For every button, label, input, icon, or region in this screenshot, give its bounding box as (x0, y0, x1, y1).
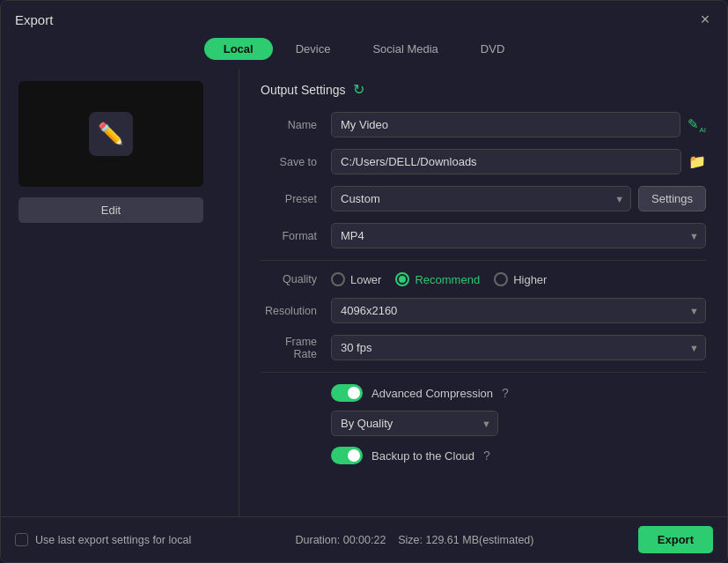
name-row: Name ✎AI (261, 112, 706, 137)
refresh-icon[interactable]: ↻ (353, 81, 364, 98)
name-input[interactable] (331, 112, 680, 137)
quality-lower-radio[interactable] (331, 272, 345, 286)
preview-icon: ✏️ (89, 112, 133, 156)
format-select[interactable]: MP4 AVI MOV MKV WMV (331, 223, 706, 248)
quality-higher-label: Higher (513, 273, 547, 286)
export-window: Export × Local Device Social Media DVD ✏… (0, 0, 728, 563)
compression-mode-select[interactable]: By Quality By Bitrate (331, 411, 498, 436)
use-last-settings-checkbox[interactable] (15, 533, 28, 546)
backup-cloud-help-icon[interactable]: ? (483, 448, 490, 463)
advanced-compression-help-icon[interactable]: ? (502, 386, 509, 400)
tab-social-media[interactable]: Social Media (353, 38, 457, 60)
name-label: Name (261, 119, 331, 131)
quality-lower-label: Lower (350, 273, 381, 286)
section-title-text: Output Settings (261, 83, 346, 97)
advanced-compression-row: Advanced Compression ? (261, 384, 706, 402)
format-select-wrapper: MP4 AVI MOV MKV WMV ▼ (331, 223, 706, 248)
footer: Use last export settings for local Durat… (1, 516, 727, 562)
footer-left: Use last export settings for local (15, 533, 191, 546)
tab-local[interactable]: Local (204, 38, 273, 60)
right-panel: Output Settings ↻ Name ✎AI Save to 📁 (239, 69, 727, 516)
backup-cloud-label: Backup to the Cloud (371, 449, 474, 463)
compression-mode-row: By Quality By Bitrate ▼ (331, 411, 706, 436)
backup-cloud-toggle[interactable] (331, 447, 363, 464)
backup-cloud-group: Backup to the Cloud ? (331, 447, 490, 464)
save-to-row: Save to 📁 (261, 149, 706, 174)
quality-lower-option[interactable]: Lower (331, 272, 381, 286)
main-content: ✏️ Edit Output Settings ↻ Name ✎AI S (1, 69, 727, 516)
title-bar: Export × (1, 1, 727, 34)
preset-select[interactable]: Custom High Quality Low Quality (331, 186, 631, 211)
tab-device[interactable]: Device (276, 38, 350, 60)
divider-2 (261, 372, 706, 373)
name-input-group: ✎AI (331, 112, 706, 137)
left-panel: ✏️ Edit (1, 69, 239, 516)
ai-icon[interactable]: ✎AI (688, 116, 706, 134)
quality-radio-group: Lower Recommend Higher (331, 272, 547, 286)
footer-duration-size: Duration: 00:00:22 Size: 129.61 MB(estim… (295, 534, 533, 546)
advanced-compression-label: Advanced Compression (371, 387, 493, 400)
save-to-label: Save to (261, 156, 331, 168)
folder-icon[interactable]: 📁 (688, 153, 706, 170)
backup-cloud-row: Backup to the Cloud ? (261, 447, 706, 464)
advanced-compression-toggle[interactable] (331, 384, 363, 402)
preset-row: Preset Custom High Quality Low Quality ▼… (261, 186, 706, 211)
settings-button[interactable]: Settings (638, 186, 706, 211)
size-label: Size: 129.61 MB(estimated) (398, 534, 533, 546)
frame-rate-select-wrapper: 30 fps 60 fps 24 fps 25 fps ▼ (331, 335, 706, 360)
quality-recommend-radio[interactable] (395, 272, 409, 286)
save-to-input[interactable] (331, 149, 681, 174)
advanced-compression-group: Advanced Compression ? (331, 384, 509, 402)
resolution-select-wrapper: 4096x2160 1920x1080 1280x720 854x480 ▼ (331, 298, 706, 323)
quality-row: Quality Lower Recommend Higher (261, 272, 706, 286)
edit-button[interactable]: Edit (18, 197, 203, 223)
divider-1 (261, 260, 706, 261)
frame-rate-row: Frame Rate 30 fps 60 fps 24 fps 25 fps ▼ (261, 335, 706, 360)
preset-select-wrapper: Custom High Quality Low Quality ▼ (331, 186, 631, 211)
save-to-input-group: 📁 (331, 149, 706, 174)
format-label: Format (261, 230, 331, 242)
window-title: Export (15, 12, 53, 27)
format-row: Format MP4 AVI MOV MKV WMV ▼ (261, 223, 706, 248)
quality-higher-radio[interactable] (494, 272, 508, 286)
compression-mode-select-wrapper: By Quality By Bitrate ▼ (331, 411, 498, 436)
frame-rate-label: Frame Rate (261, 336, 331, 360)
export-button[interactable]: Export (638, 526, 713, 553)
quality-recommend-option[interactable]: Recommend (395, 272, 480, 286)
close-button[interactable]: × (697, 11, 713, 27)
tab-dvd[interactable]: DVD (461, 38, 524, 60)
duration-label: Duration: 00:00:22 (295, 534, 386, 546)
tab-bar: Local Device Social Media DVD (1, 34, 727, 69)
quality-recommend-label: Recommend (415, 273, 480, 286)
use-last-settings-label: Use last export settings for local (35, 534, 191, 546)
quality-label: Quality (261, 273, 331, 285)
resolution-select[interactable]: 4096x2160 1920x1080 1280x720 854x480 (331, 298, 706, 323)
preset-label: Preset (261, 193, 331, 205)
preview-box: ✏️ (18, 81, 203, 187)
section-title: Output Settings ↻ (261, 81, 706, 98)
resolution-row: Resolution 4096x2160 1920x1080 1280x720 … (261, 298, 706, 323)
resolution-label: Resolution (261, 305, 331, 317)
quality-higher-option[interactable]: Higher (494, 272, 547, 286)
frame-rate-select[interactable]: 30 fps 60 fps 24 fps 25 fps (331, 335, 706, 360)
